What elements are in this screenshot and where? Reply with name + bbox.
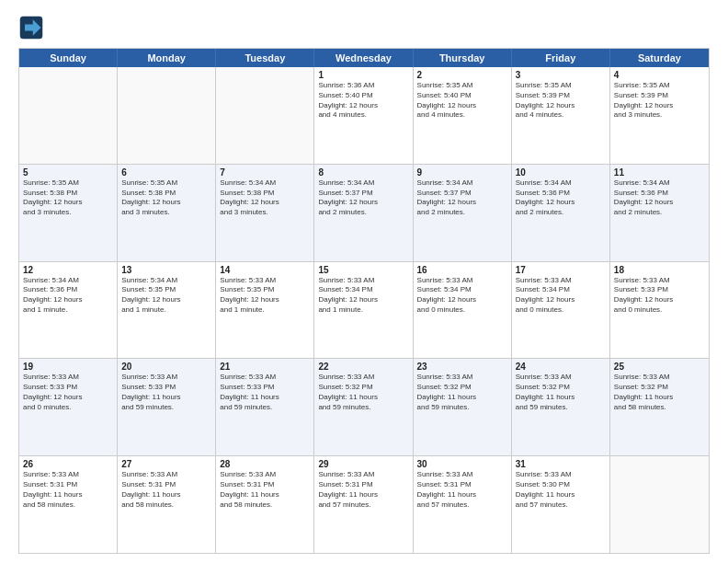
weekday-header: Sunday — [19, 49, 118, 67]
page-header — [18, 15, 710, 40]
calendar-cell: 28Sunrise: 5:33 AM Sunset: 5:31 PM Dayli… — [216, 456, 314, 553]
day-number: 26 — [23, 459, 113, 469]
cell-info: Sunrise: 5:33 AM Sunset: 5:31 PM Dayligh… — [220, 470, 310, 510]
calendar-body: 1Sunrise: 5:36 AM Sunset: 5:40 PM Daylig… — [19, 67, 709, 553]
day-number: 12 — [23, 265, 113, 275]
calendar-cell: 5Sunrise: 5:35 AM Sunset: 5:38 PM Daylig… — [19, 165, 118, 261]
calendar-cell: 11Sunrise: 5:34 AM Sunset: 5:36 PM Dayli… — [610, 165, 709, 261]
calendar-cell — [216, 67, 314, 164]
cell-info: Sunrise: 5:33 AM Sunset: 5:32 PM Dayligh… — [417, 373, 507, 412]
day-number: 27 — [121, 459, 211, 469]
calendar-row: 12Sunrise: 5:34 AM Sunset: 5:36 PM Dayli… — [19, 262, 709, 360]
calendar-cell: 26Sunrise: 5:33 AM Sunset: 5:31 PM Dayli… — [19, 456, 118, 553]
day-number: 31 — [516, 459, 606, 469]
cell-info: Sunrise: 5:33 AM Sunset: 5:31 PM Dayligh… — [23, 470, 113, 510]
cell-info: Sunrise: 5:34 AM Sunset: 5:36 PM Dayligh… — [23, 276, 113, 316]
cell-info: Sunrise: 5:33 AM Sunset: 5:30 PM Dayligh… — [516, 470, 606, 510]
calendar-cell: 13Sunrise: 5:34 AM Sunset: 5:35 PM Dayli… — [118, 262, 216, 359]
calendar-cell: 23Sunrise: 5:33 AM Sunset: 5:32 PM Dayli… — [414, 359, 512, 455]
weekday-header: Friday — [512, 49, 610, 67]
cell-info: Sunrise: 5:33 AM Sunset: 5:35 PM Dayligh… — [220, 276, 310, 316]
day-number: 4 — [614, 70, 705, 80]
weekday-header: Thursday — [414, 49, 512, 67]
calendar-cell: 20Sunrise: 5:33 AM Sunset: 5:33 PM Dayli… — [118, 359, 216, 455]
cell-info: Sunrise: 5:35 AM Sunset: 5:40 PM Dayligh… — [417, 81, 507, 121]
cell-info: Sunrise: 5:35 AM Sunset: 5:39 PM Dayligh… — [516, 81, 606, 121]
cell-info: Sunrise: 5:35 AM Sunset: 5:38 PM Dayligh… — [23, 178, 113, 218]
calendar-cell: 21Sunrise: 5:33 AM Sunset: 5:33 PM Dayli… — [216, 359, 314, 455]
day-number: 22 — [318, 362, 408, 372]
calendar-cell: 9Sunrise: 5:34 AM Sunset: 5:37 PM Daylig… — [414, 165, 512, 261]
cell-info: Sunrise: 5:35 AM Sunset: 5:38 PM Dayligh… — [121, 178, 211, 218]
cell-info: Sunrise: 5:33 AM Sunset: 5:33 PM Dayligh… — [220, 373, 310, 412]
calendar-row: 26Sunrise: 5:33 AM Sunset: 5:31 PM Dayli… — [19, 456, 709, 553]
cell-info: Sunrise: 5:34 AM Sunset: 5:37 PM Dayligh… — [318, 178, 408, 218]
calendar-cell — [118, 67, 216, 164]
day-number: 5 — [23, 167, 113, 178]
day-number: 17 — [516, 265, 606, 275]
cell-info: Sunrise: 5:34 AM Sunset: 5:35 PM Dayligh… — [121, 276, 211, 316]
cell-info: Sunrise: 5:33 AM Sunset: 5:31 PM Dayligh… — [121, 470, 211, 510]
day-number: 7 — [220, 167, 310, 178]
calendar-cell: 8Sunrise: 5:34 AM Sunset: 5:37 PM Daylig… — [314, 165, 413, 261]
calendar: SundayMondayTuesdayWednesdayThursdayFrid… — [18, 48, 710, 554]
calendar-cell: 18Sunrise: 5:33 AM Sunset: 5:33 PM Dayli… — [610, 262, 709, 359]
calendar-row: 19Sunrise: 5:33 AM Sunset: 5:33 PM Dayli… — [19, 359, 709, 456]
cell-info: Sunrise: 5:34 AM Sunset: 5:37 PM Dayligh… — [417, 178, 507, 218]
calendar-cell: 31Sunrise: 5:33 AM Sunset: 5:30 PM Dayli… — [512, 456, 610, 553]
day-number: 24 — [516, 362, 606, 372]
calendar-cell: 19Sunrise: 5:33 AM Sunset: 5:33 PM Dayli… — [19, 359, 118, 455]
cell-info: Sunrise: 5:33 AM Sunset: 5:33 PM Dayligh… — [614, 276, 705, 316]
calendar-header: SundayMondayTuesdayWednesdayThursdayFrid… — [19, 49, 709, 67]
day-number: 30 — [417, 459, 507, 469]
calendar-cell: 6Sunrise: 5:35 AM Sunset: 5:38 PM Daylig… — [118, 165, 216, 261]
cell-info: Sunrise: 5:34 AM Sunset: 5:36 PM Dayligh… — [516, 178, 606, 218]
weekday-header: Saturday — [610, 49, 709, 67]
day-number: 11 — [614, 167, 705, 178]
calendar-cell: 22Sunrise: 5:33 AM Sunset: 5:32 PM Dayli… — [314, 359, 413, 455]
calendar-cell — [19, 67, 118, 164]
day-number: 23 — [417, 362, 507, 372]
calendar-cell: 17Sunrise: 5:33 AM Sunset: 5:34 PM Dayli… — [512, 262, 610, 359]
calendar-cell: 1Sunrise: 5:36 AM Sunset: 5:40 PM Daylig… — [314, 67, 413, 164]
calendar-cell: 4Sunrise: 5:35 AM Sunset: 5:39 PM Daylig… — [610, 67, 709, 164]
calendar-cell: 27Sunrise: 5:33 AM Sunset: 5:31 PM Dayli… — [118, 456, 216, 553]
day-number: 29 — [318, 459, 408, 469]
day-number: 15 — [318, 265, 408, 275]
cell-info: Sunrise: 5:33 AM Sunset: 5:34 PM Dayligh… — [318, 276, 408, 316]
calendar-row: 5Sunrise: 5:35 AM Sunset: 5:38 PM Daylig… — [19, 165, 709, 262]
day-number: 25 — [614, 362, 705, 372]
day-number: 21 — [220, 362, 310, 372]
day-number: 14 — [220, 265, 310, 275]
day-number: 18 — [614, 265, 705, 275]
calendar-cell: 3Sunrise: 5:35 AM Sunset: 5:39 PM Daylig… — [512, 67, 610, 164]
calendar-cell: 12Sunrise: 5:34 AM Sunset: 5:36 PM Dayli… — [19, 262, 118, 359]
day-number: 1 — [318, 70, 408, 80]
cell-info: Sunrise: 5:33 AM Sunset: 5:31 PM Dayligh… — [417, 470, 507, 510]
logo — [18, 15, 48, 40]
day-number: 13 — [121, 265, 211, 275]
cell-info: Sunrise: 5:33 AM Sunset: 5:31 PM Dayligh… — [318, 470, 408, 510]
calendar-row: 1Sunrise: 5:36 AM Sunset: 5:40 PM Daylig… — [19, 67, 709, 165]
day-number: 28 — [220, 459, 310, 469]
calendar-cell: 7Sunrise: 5:34 AM Sunset: 5:38 PM Daylig… — [216, 165, 314, 261]
day-number: 8 — [318, 167, 408, 178]
calendar-cell: 24Sunrise: 5:33 AM Sunset: 5:32 PM Dayli… — [512, 359, 610, 455]
cell-info: Sunrise: 5:33 AM Sunset: 5:34 PM Dayligh… — [516, 276, 606, 316]
calendar-cell: 30Sunrise: 5:33 AM Sunset: 5:31 PM Dayli… — [414, 456, 512, 553]
day-number: 9 — [417, 167, 507, 178]
cell-info: Sunrise: 5:33 AM Sunset: 5:32 PM Dayligh… — [516, 373, 606, 412]
logo-icon — [18, 15, 44, 40]
calendar-cell — [610, 456, 709, 553]
calendar-cell: 29Sunrise: 5:33 AM Sunset: 5:31 PM Dayli… — [314, 456, 413, 553]
cell-info: Sunrise: 5:34 AM Sunset: 5:38 PM Dayligh… — [220, 178, 310, 218]
day-number: 6 — [121, 167, 211, 178]
weekday-header: Wednesday — [314, 49, 413, 67]
day-number: 3 — [516, 70, 606, 80]
cell-info: Sunrise: 5:33 AM Sunset: 5:32 PM Dayligh… — [614, 373, 705, 412]
day-number: 2 — [417, 70, 507, 80]
calendar-cell: 15Sunrise: 5:33 AM Sunset: 5:34 PM Dayli… — [314, 262, 413, 359]
weekday-header: Monday — [118, 49, 216, 67]
calendar-cell: 25Sunrise: 5:33 AM Sunset: 5:32 PM Dayli… — [610, 359, 709, 455]
calendar-cell: 14Sunrise: 5:33 AM Sunset: 5:35 PM Dayli… — [216, 262, 314, 359]
